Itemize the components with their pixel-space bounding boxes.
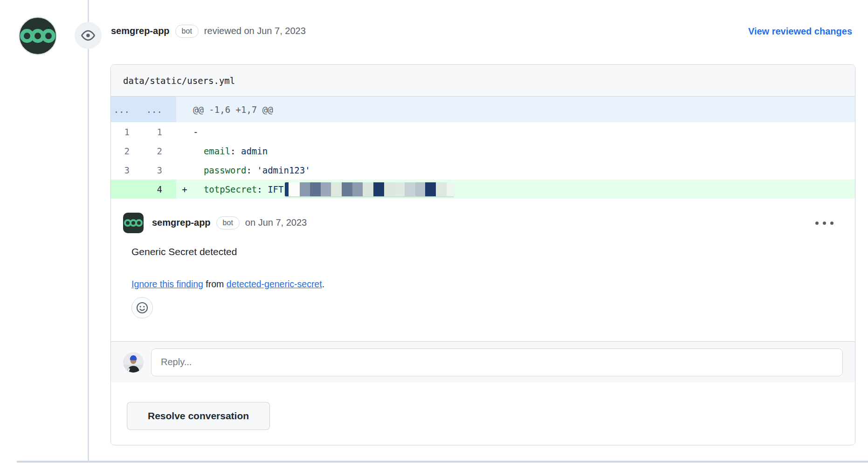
redacted-secret xyxy=(285,182,454,196)
code-segment xyxy=(193,184,204,194)
resolve-conversation-button[interactable]: Resolve conversation xyxy=(127,402,270,430)
add-reaction-button[interactable] xyxy=(131,297,153,319)
redaction-block xyxy=(425,182,436,196)
code-segment: : xyxy=(257,184,268,194)
new-line-number: 1 xyxy=(144,122,176,141)
diff-code: password: 'admin123' xyxy=(193,165,310,175)
review-eye-badge xyxy=(75,22,102,49)
code-segment xyxy=(193,146,204,156)
comment-author-avatar xyxy=(123,213,144,233)
timeline-line xyxy=(88,0,89,461)
diff-marker: + xyxy=(176,184,193,194)
diff-code: - xyxy=(193,127,198,137)
diff-hunk-row: ... ... @@ -1,6 +1,7 @@ xyxy=(111,97,855,122)
redaction-block xyxy=(415,182,425,196)
comment-options-button[interactable] xyxy=(813,219,836,228)
smiley-icon xyxy=(136,302,148,314)
diff-line-content: + totpSecret: IFT xyxy=(176,180,855,199)
code-segment: : xyxy=(246,165,257,175)
redaction-block xyxy=(321,182,331,196)
redaction-block xyxy=(405,182,415,196)
kebab-icon xyxy=(823,222,826,225)
bot-badge: bot xyxy=(175,25,199,38)
diff-rows: 11-22 email: admin33 password: 'admin123… xyxy=(111,122,855,199)
semgrep-logo-ring xyxy=(135,219,143,227)
period-text: . xyxy=(322,279,324,289)
old-line-number: 3 xyxy=(111,160,144,180)
review-header: semgrep-app bot reviewed on Jun 7, 2023 … xyxy=(111,21,852,42)
redaction-block xyxy=(447,182,454,196)
semgrep-logo-ring xyxy=(41,29,55,43)
redaction-block xyxy=(331,182,342,196)
diff-table: ... ... @@ -1,6 +1,7 @@ 11-22 email: adm… xyxy=(111,97,855,199)
redaction-block xyxy=(436,182,447,196)
reviewer-name[interactable]: semgrep-app xyxy=(111,26,170,36)
redaction-block xyxy=(352,182,363,196)
diff-line-content: - xyxy=(176,122,855,141)
bot-comment: semgrep-app bot on Jun 7, 2023 Generic S… xyxy=(111,199,855,341)
kebab-icon xyxy=(830,222,834,225)
comment-date[interactable]: on Jun 7, 2023 xyxy=(245,217,307,228)
resolve-area: Resolve conversation xyxy=(111,382,855,444)
comment-links-line: Ignore this finding from detected-generi… xyxy=(131,279,836,290)
redaction-block xyxy=(384,182,395,196)
redaction-block xyxy=(395,182,405,196)
view-reviewed-changes-link[interactable]: View reviewed changes xyxy=(748,26,852,37)
diff-line-content: email: admin xyxy=(176,141,855,160)
diff-row: 22 email: admin xyxy=(111,141,855,160)
diff-row: 11- xyxy=(111,122,855,141)
eye-icon xyxy=(81,28,95,42)
new-line-number: 3 xyxy=(144,160,176,180)
file-path-link[interactable]: data/static/users.yml xyxy=(123,76,235,86)
hunk-new-ellipsis: ... xyxy=(144,97,176,122)
redaction-block xyxy=(342,182,352,196)
diff-code: totpSecret: IFT xyxy=(193,184,284,194)
code-segment: IFT xyxy=(268,184,283,194)
old-line-number xyxy=(111,180,144,199)
diff-code: email: admin xyxy=(193,146,268,156)
reply-bar xyxy=(111,341,855,382)
redaction-block xyxy=(285,182,289,196)
from-text: from xyxy=(203,279,227,289)
diff-file-header: data/static/users.yml xyxy=(111,65,855,97)
ignore-finding-link[interactable]: Ignore this finding xyxy=(131,279,203,289)
code-segment: password xyxy=(204,165,247,175)
code-segment: email xyxy=(204,146,230,156)
redaction-block xyxy=(373,182,384,196)
redaction-block xyxy=(289,182,300,196)
old-line-number: 1 xyxy=(111,122,144,141)
new-line-number: 4 xyxy=(144,180,176,199)
redaction-block xyxy=(300,182,310,196)
bot-badge: bot xyxy=(216,216,240,230)
code-segment: : xyxy=(230,146,241,156)
code-segment: admin xyxy=(241,146,268,156)
code-segment: 'admin123' xyxy=(257,165,310,175)
hunk-header-text: @@ -1,6 +1,7 @@ xyxy=(193,104,273,115)
kebab-icon xyxy=(815,222,819,225)
diff-row: 4+ totpSecret: IFT xyxy=(111,180,855,199)
code-segment: - xyxy=(193,127,198,137)
old-line-number: 2 xyxy=(111,141,144,160)
code-segment xyxy=(193,165,204,175)
diff-row: 33 password: 'admin123' xyxy=(111,160,855,180)
diff-line-content: password: 'admin123' xyxy=(176,160,855,180)
reply-input[interactable] xyxy=(151,348,843,376)
new-line-number: 2 xyxy=(144,141,176,160)
redaction-block xyxy=(363,182,373,196)
comment-body-text: Generic Secret detected xyxy=(131,246,836,257)
reviewer-avatar xyxy=(19,17,57,55)
review-action-text: reviewed on Jun 7, 2023 xyxy=(204,26,306,36)
code-segment: totpSecret xyxy=(204,184,257,194)
redaction-block xyxy=(310,182,321,196)
section-divider xyxy=(17,461,868,463)
hunk-old-ellipsis: ... xyxy=(111,97,144,122)
current-user-avatar xyxy=(123,352,144,373)
review-thread-card: data/static/users.yml ... ... @@ -1,6 +1… xyxy=(110,64,855,445)
rule-link[interactable]: detected-generic-secret xyxy=(227,279,322,289)
comment-author-name[interactable]: semgrep-app xyxy=(152,217,211,228)
